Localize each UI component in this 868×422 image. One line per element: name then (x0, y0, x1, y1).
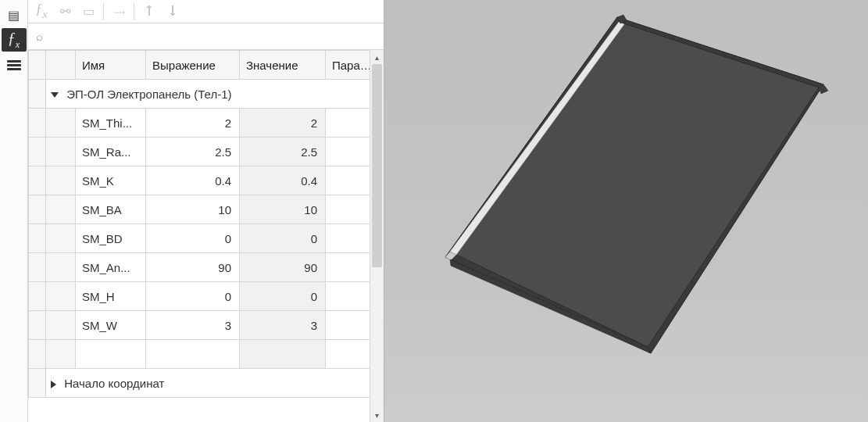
empty-row[interactable] (29, 340, 384, 369)
scroll-up-button[interactable]: ▴ (370, 50, 384, 64)
table-row[interactable]: SM_BD 0 0 (29, 224, 384, 253)
group-header[interactable]: Начало координат (46, 369, 384, 398)
col-name[interactable]: Имя (76, 51, 146, 80)
cell-expression[interactable]: 90 (146, 253, 240, 282)
cell-value: 0.4 (240, 166, 326, 195)
cell-name[interactable]: SM_Thi... (76, 109, 146, 138)
triangle-down-icon (51, 92, 59, 98)
cell-name[interactable]: SM_An... (76, 253, 146, 282)
cell-value: 3 (240, 311, 326, 340)
search-icon: ⌕ (36, 30, 43, 43)
search-input[interactable] (48, 29, 345, 44)
cell-expression[interactable]: 3 (146, 311, 240, 340)
table-header-row: Имя Выражение Значение Парамет (29, 51, 384, 80)
cell-expression[interactable]: 0 (146, 282, 240, 311)
col-expander (29, 51, 46, 80)
app-root: ▤ ƒx ƒx ⚯ ▭ ⟞ 🠕 🠗 ⌕ (0, 0, 868, 422)
toolbar-separator (134, 3, 134, 20)
col-expression[interactable]: Выражение (146, 51, 240, 80)
table-row[interactable]: SM_H 0 0 (29, 282, 384, 311)
group-title: ЭП-ОЛ Электропанель (Тел-1) (66, 88, 231, 101)
cell-name[interactable]: SM_BA (76, 195, 146, 224)
toolbar-separator (103, 3, 104, 20)
toolbar-fg-button[interactable]: ⟞ (109, 2, 129, 22)
cell-name[interactable]: SM_Ra... (76, 138, 146, 166)
cell-expression[interactable]: 0.4 (146, 166, 240, 195)
triangle-right-icon (51, 381, 56, 388)
toolbar-down-button[interactable]: 🠗 (163, 2, 183, 22)
group-header[interactable]: ЭП-ОЛ Электропанель (Тел-1) (46, 80, 384, 109)
cell-expression[interactable]: 10 (146, 195, 240, 224)
cell-value: 0 (240, 282, 326, 311)
table-row[interactable]: SM_Thi... 2 2 (29, 109, 384, 138)
cell-name[interactable]: SM_W (76, 311, 146, 340)
table-row[interactable]: SM_An... 90 90 (29, 253, 384, 282)
group-row[interactable]: Начало координат (29, 369, 384, 398)
model-preview (384, 0, 868, 422)
group-row[interactable]: ЭП-ОЛ Электропанель (Тел-1) (29, 80, 384, 109)
scroll-thumb[interactable] (372, 64, 382, 267)
col-indent (46, 51, 76, 80)
cell-value: 2 (240, 109, 326, 138)
rail-fx-icon[interactable]: ƒx (2, 28, 27, 52)
toolbar-panel-button[interactable]: ▭ (78, 2, 98, 22)
scroll-track[interactable] (370, 64, 384, 408)
col-value[interactable]: Значение (240, 51, 326, 80)
scroll-down-button[interactable]: ▾ (370, 408, 384, 422)
cell-expression[interactable]: 2 (146, 109, 240, 138)
cell-value: 0 (240, 224, 326, 253)
cell-expression[interactable]: 2.5 (146, 138, 240, 166)
parameters-panel: ƒx ⚯ ▭ ⟞ 🠕 🠗 ⌕ (28, 0, 384, 422)
cell-name[interactable]: SM_BD (76, 224, 146, 253)
cell-value: 90 (240, 253, 326, 282)
rail-outline-icon[interactable]: ▤ (2, 3, 27, 27)
table-row[interactable]: SM_Ra... 2.5 2.5 (29, 138, 384, 166)
panel-toolbar: ƒx ⚯ ▭ ⟞ 🠕 🠗 (28, 0, 384, 23)
group-title: Начало координат (64, 377, 164, 390)
viewport-3d[interactable] (384, 0, 868, 422)
cell-name[interactable]: SM_K (76, 166, 146, 195)
table-row[interactable]: SM_K 0.4 0.4 (29, 166, 384, 195)
parameters-table: Имя Выражение Значение Парамет ЭП-ОЛ Эле… (28, 50, 384, 422)
cell-value: 2.5 (240, 138, 326, 166)
cell-name[interactable]: SM_H (76, 282, 146, 311)
cell-expression[interactable]: 0 (146, 224, 240, 253)
search-row: ⌕ (28, 23, 384, 50)
toolbar-link-button[interactable]: ⚯ (55, 2, 75, 22)
cell-value: 10 (240, 195, 326, 224)
side-rail: ▤ ƒx (0, 0, 28, 422)
vertical-scrollbar[interactable]: ▴ ▾ (370, 50, 384, 422)
rail-menu-icon[interactable] (2, 53, 27, 77)
toolbar-fx-button[interactable]: ƒx (31, 2, 52, 22)
table-row[interactable]: SM_BA 10 10 (29, 195, 384, 224)
toolbar-up-button[interactable]: 🠕 (139, 2, 159, 22)
table-row[interactable]: SM_W 3 3 (29, 311, 384, 340)
